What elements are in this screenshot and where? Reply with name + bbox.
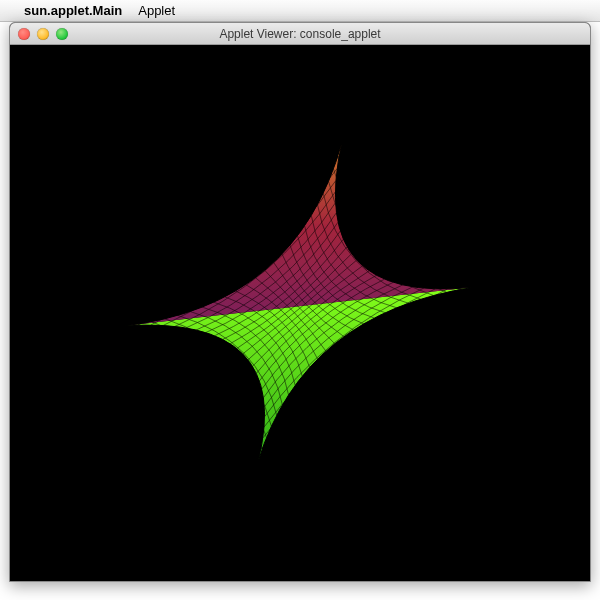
- window-titlebar[interactable]: Applet Viewer: console_applet: [10, 23, 590, 45]
- app-name-menu[interactable]: sun.applet.Main: [24, 3, 122, 18]
- minimize-icon[interactable]: [37, 28, 49, 40]
- close-icon[interactable]: [18, 28, 30, 40]
- macos-menubar: sun.applet.Main Applet: [0, 0, 600, 22]
- applet-canvas: [10, 45, 590, 581]
- window-title: Applet Viewer: console_applet: [10, 27, 590, 41]
- traffic-lights: [18, 28, 68, 40]
- menu-applet[interactable]: Applet: [138, 3, 175, 18]
- astroid-surface: [10, 45, 590, 581]
- zoom-icon[interactable]: [56, 28, 68, 40]
- applet-viewer-window: Applet Viewer: console_applet: [9, 22, 591, 582]
